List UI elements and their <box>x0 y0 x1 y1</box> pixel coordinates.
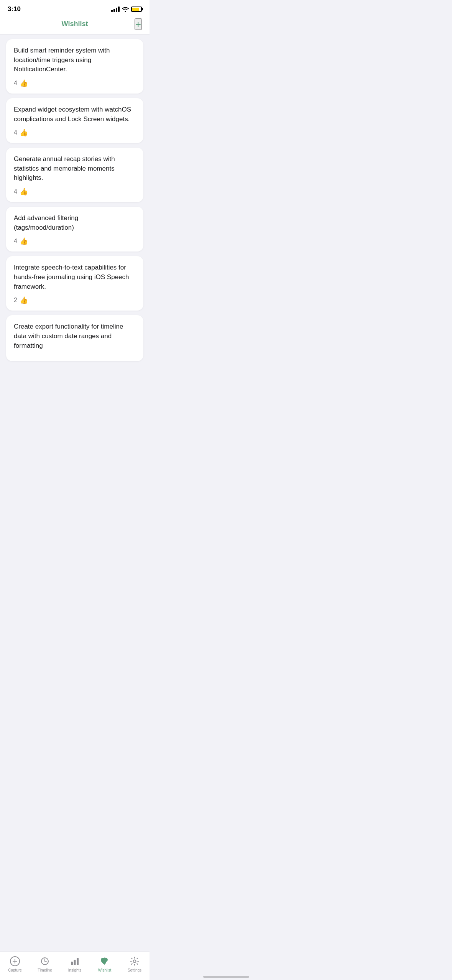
wishlist-item-4[interactable]: Add advanced filtering (tags/mood/durati… <box>6 207 143 252</box>
wishlist-item-2[interactable]: Expand widget ecosystem with watchOS com… <box>6 98 143 143</box>
card-footer: 2 👍 <box>14 296 136 304</box>
thumbs-up-icon[interactable]: 👍 <box>20 187 28 196</box>
wishlist-item-6[interactable]: Create export functionality for timeline… <box>6 315 143 361</box>
status-icons <box>111 7 142 12</box>
wishlist-list: Build smart reminder system with locatio… <box>0 35 150 396</box>
card-footer: 4 👍 <box>14 237 136 245</box>
status-time: 3:10 <box>8 5 21 13</box>
wishlist-item-text: Add advanced filtering (tags/mood/durati… <box>14 214 136 232</box>
wishlist-item-text: Build smart reminder system with locatio… <box>14 46 136 74</box>
page-header: Wishlist + <box>0 15 150 35</box>
wishlist-item-text: Generate annual recap stories with stati… <box>14 155 136 183</box>
vote-count: 4 <box>14 188 17 195</box>
card-footer: 4 👍 <box>14 128 136 137</box>
page-title: Wishlist <box>62 20 88 28</box>
vote-count: 2 <box>14 297 17 304</box>
thumbs-up-icon[interactable]: 👍 <box>20 237 28 245</box>
wishlist-item-text: Expand widget ecosystem with watchOS com… <box>14 105 136 124</box>
wifi-icon <box>122 7 129 12</box>
wishlist-item-1[interactable]: Build smart reminder system with locatio… <box>6 39 143 94</box>
signal-icon <box>111 7 120 12</box>
vote-count: 4 <box>14 238 17 245</box>
vote-count: 4 <box>14 129 17 136</box>
battery-icon <box>131 7 142 12</box>
vote-count: 4 <box>14 80 17 87</box>
card-footer: 4 👍 <box>14 187 136 196</box>
wishlist-item-text: Integrate speech-to-text capabilities fo… <box>14 263 136 291</box>
add-button[interactable]: + <box>135 18 142 30</box>
thumbs-up-icon[interactable]: 👍 <box>20 128 28 137</box>
status-bar: 3:10 <box>0 0 150 15</box>
wishlist-item-3[interactable]: Generate annual recap stories with stati… <box>6 148 143 202</box>
thumbs-up-icon[interactable]: 👍 <box>20 79 28 87</box>
wishlist-item-5[interactable]: Integrate speech-to-text capabilities fo… <box>6 256 143 311</box>
card-footer: 4 👍 <box>14 79 136 87</box>
wishlist-item-text: Create export functionality for timeline… <box>14 322 136 350</box>
thumbs-up-icon[interactable]: 👍 <box>20 296 28 304</box>
